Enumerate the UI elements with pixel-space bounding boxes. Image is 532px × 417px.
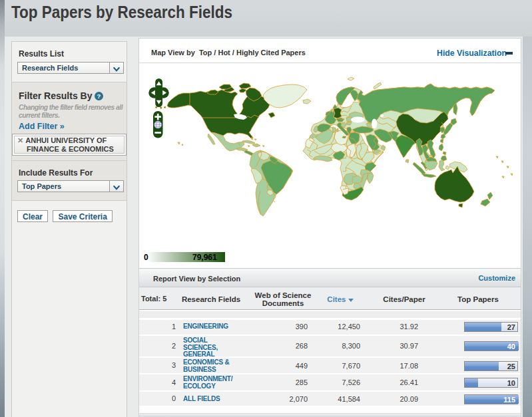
svg-text:?: ? <box>97 92 101 100</box>
